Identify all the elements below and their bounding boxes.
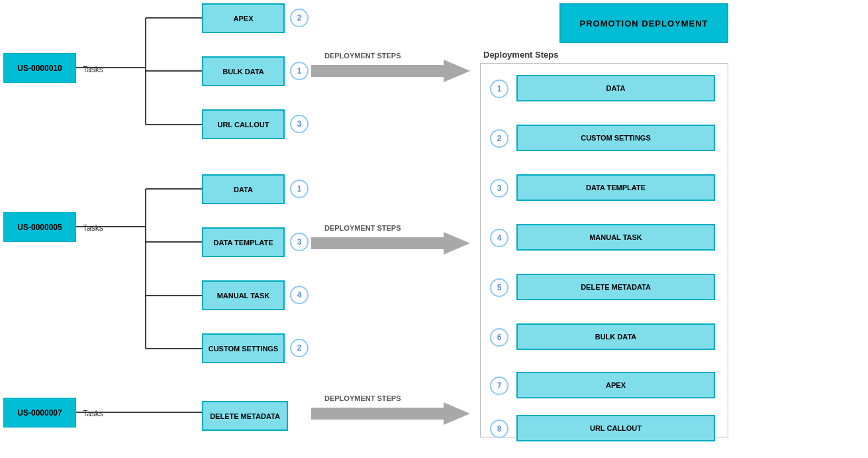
right-task-custom-settings-label: CUSTOM SETTINGS	[581, 134, 651, 142]
us-box-2[interactable]: US-0000005	[3, 212, 76, 242]
deployment-steps-label-3: DEPLOYMENT STEPS	[324, 394, 401, 402]
right-task-data-label: DATA	[606, 84, 626, 92]
tasks-label-3: Tasks	[83, 409, 103, 418]
right-task-delete-metadata[interactable]: DELETE METADATA	[516, 274, 715, 300]
arrow-1	[311, 60, 470, 83]
task-num-data: 1	[290, 180, 309, 198]
task-data-template-label: DATA TEMPLATE	[213, 239, 273, 247]
task-bulk-data-label: BULK DATA	[222, 68, 264, 76]
task-url-callout[interactable]: URL CALLOUT	[202, 109, 285, 139]
task-url-callout-label: URL CALLOUT	[217, 121, 269, 129]
task-apex[interactable]: APEX	[202, 3, 285, 33]
tasks-label-1: Tasks	[83, 65, 103, 74]
right-num-2: 2	[490, 129, 508, 148]
canvas: US-0000010 US-0000005 US-0000007 Tasks T…	[0, 0, 868, 458]
right-num-8: 8	[490, 420, 508, 438]
us-box-1[interactable]: US-0000010	[3, 53, 76, 83]
right-num-5: 5	[490, 278, 508, 297]
right-num-1: 1	[490, 80, 508, 98]
task-num-apex: 2	[290, 9, 309, 27]
task-data-label: DATA	[234, 186, 253, 194]
deployment-steps-label-2: DEPLOYMENT STEPS	[324, 224, 401, 232]
task-manual-task[interactable]: MANUAL TASK	[202, 280, 285, 310]
right-num-7: 7	[490, 376, 508, 395]
task-custom-settings[interactable]: CUSTOM SETTINGS	[202, 333, 285, 363]
task-num-custom-settings: 2	[290, 339, 309, 357]
right-num-6: 6	[490, 328, 508, 347]
right-task-data[interactable]: DATA	[516, 75, 715, 101]
task-bulk-data[interactable]: BULK DATA	[202, 56, 285, 86]
right-task-data-template[interactable]: DATA TEMPLATE	[516, 174, 715, 201]
promotion-header: PROMOTION DEPLOYMENT	[559, 3, 728, 43]
right-num-3: 3	[490, 179, 508, 198]
right-task-apex-label: APEX	[606, 381, 626, 389]
deployment-steps-section-label: Deployment Steps	[483, 50, 558, 60]
task-apex-label: APEX	[234, 15, 254, 23]
us-box-1-label: US-0000010	[17, 64, 62, 73]
task-custom-settings-label: CUSTOM SETTINGS	[209, 345, 279, 353]
task-delete-metadata[interactable]: DELETE METADATA	[202, 401, 288, 431]
right-task-url-callout-label: URL CALLOUT	[590, 424, 642, 432]
us-box-2-label: US-0000005	[17, 223, 62, 232]
promotion-header-label: PROMOTION DEPLOYMENT	[579, 19, 708, 29]
right-num-4: 4	[490, 229, 508, 247]
arrow-2	[311, 232, 470, 255]
right-task-manual-task-label: MANUAL TASK	[589, 233, 642, 241]
task-num-bulk-data: 1	[290, 62, 309, 80]
arrow-3	[311, 402, 470, 426]
task-data-template[interactable]: DATA TEMPLATE	[202, 227, 285, 257]
svg-marker-12	[311, 60, 470, 82]
task-data[interactable]: DATA	[202, 174, 285, 204]
task-delete-metadata-label: DELETE METADATA	[210, 412, 280, 420]
right-task-delete-metadata-label: DELETE METADATA	[581, 283, 651, 291]
task-num-url-callout: 3	[290, 115, 309, 133]
task-manual-task-label: MANUAL TASK	[217, 292, 270, 300]
task-num-data-template: 3	[290, 233, 309, 251]
right-task-data-template-label: DATA TEMPLATE	[586, 184, 646, 192]
right-task-bulk-data-label: BULK DATA	[595, 333, 637, 341]
right-task-url-callout[interactable]: URL CALLOUT	[516, 415, 715, 441]
deployment-steps-label-1: DEPLOYMENT STEPS	[324, 52, 401, 60]
tasks-label-2: Tasks	[83, 223, 103, 233]
right-task-manual-task[interactable]: MANUAL TASK	[516, 224, 715, 251]
right-task-apex[interactable]: APEX	[516, 372, 715, 398]
svg-marker-13	[311, 232, 470, 255]
task-num-manual-task: 4	[290, 286, 309, 304]
right-task-bulk-data[interactable]: BULK DATA	[516, 323, 715, 350]
svg-marker-14	[311, 402, 470, 425]
us-box-3[interactable]: US-0000007	[3, 398, 76, 428]
us-box-3-label: US-0000007	[17, 408, 62, 418]
right-task-custom-settings[interactable]: CUSTOM SETTINGS	[516, 125, 715, 151]
